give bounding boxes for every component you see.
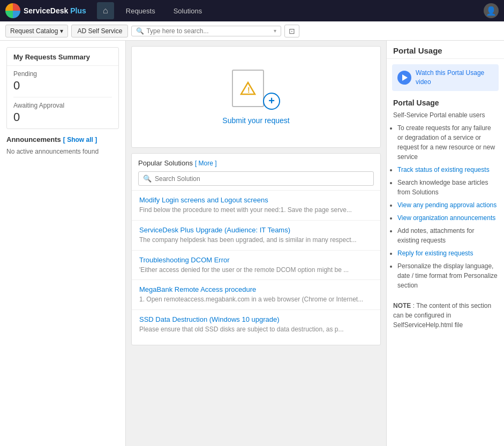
search-input[interactable] (146, 27, 272, 35)
awaiting-count: 0 (13, 110, 112, 124)
solution-desc: 'Either access denied for the user or th… (139, 266, 373, 275)
awaiting-approval-item: Awaiting Approval 0 (7, 97, 118, 128)
logo-area: ServiceDesk Plus (5, 3, 86, 18)
solution-title: MegaBank Remote Access procedure (139, 285, 373, 293)
summary-title: My Requests Summary (7, 48, 118, 66)
svg-text:!: ! (247, 86, 250, 94)
portal-usage-title: Portal Usage (387, 41, 504, 59)
app-name: ServiceDesk Plus (24, 6, 86, 15)
sub-navigation: Request Catalog ▾ AD Self Service 🔍 ▾ ⊡ (0, 21, 504, 41)
solution-desc: Find below the procedure to meet with yo… (139, 206, 373, 215)
portal-list-item: Search knowledge base articles from Solu… (397, 178, 498, 197)
play-triangle-icon (402, 74, 408, 81)
more-link[interactable]: [ More ] (195, 160, 217, 167)
camera-icon-button[interactable]: ⊡ (284, 25, 299, 37)
catalog-label: Request Catalog (10, 27, 58, 35)
solution-item[interactable]: ServiceDesk Plus Upgrade (Audience: IT T… (132, 220, 380, 250)
solutions-search-input[interactable] (155, 175, 369, 183)
play-button[interactable] (397, 71, 411, 85)
solution-item[interactable]: MegaBank Remote Access procedure 1. Open… (132, 279, 380, 309)
search-icon: 🔍 (136, 27, 144, 35)
solutions-search-area: 🔍 (138, 171, 374, 186)
pending-approval-link[interactable]: View any pending approval actions (397, 201, 497, 209)
portal-usage-subtitle: Portal Usage (387, 96, 504, 110)
solution-desc: The company helpdesk has been upgraded, … (139, 236, 373, 245)
announcements-section: Announcements [ Show all ] No active ann… (6, 135, 119, 155)
view-org-link[interactable]: View organization announcements (397, 214, 495, 222)
left-sidebar: My Requests Summary Pending 0 Awaiting A… (0, 41, 126, 446)
portal-usage-desc: Self-Service Portal enable users (387, 110, 504, 123)
solution-desc: Please ensure that old SSD disks are sub… (139, 325, 373, 334)
portal-usage-list: To create requests for any failure or de… (387, 123, 504, 299)
pending-item: Pending 0 (7, 66, 118, 97)
portal-list-item: View any pending approval actions (397, 200, 498, 210)
solution-title: Modify Login screens and Logout screens (139, 196, 373, 204)
reply-requests-link[interactable]: Reply for existing requests (397, 250, 473, 257)
requests-summary-card: My Requests Summary Pending 0 Awaiting A… (6, 47, 119, 129)
solution-title: ServiceDesk Plus Upgrade (Audience: IT T… (139, 226, 373, 234)
announcements-title: Announcements [ Show all ] (6, 135, 119, 143)
pending-count: 0 (13, 79, 112, 93)
show-all-link[interactable]: [ Show all ] (63, 136, 97, 143)
solutions-search-icon: 🔍 (143, 175, 152, 183)
document-icon: ! (232, 70, 264, 107)
solutions-nav-link[interactable]: Solutions (167, 4, 208, 18)
portal-list-item: Personalize the display language, date /… (397, 261, 498, 290)
awaiting-label: Awaiting Approval (13, 102, 112, 109)
main-content: ! + Submit your request Popular Solution… (126, 41, 386, 446)
dropdown-icon: ▾ (274, 28, 276, 34)
portal-note: NOTE : The content of this section can b… (387, 299, 504, 335)
warning-icon: ! (240, 81, 256, 95)
portal-list-item: Reply for existing requests (397, 248, 498, 258)
solution-item[interactable]: SSD Data Destruction (Windows 10 upgrade… (132, 309, 380, 339)
portal-list-item: To create requests for any failure or de… (397, 123, 498, 162)
ad-self-service-button[interactable]: AD Self Service (71, 25, 128, 37)
right-sidebar: Portal Usage Watch this Portal Usage vid… (386, 41, 504, 446)
user-icon[interactable]: 👤 (484, 3, 499, 18)
solution-title: SSD Data Destruction (Windows 10 upgrade… (139, 315, 373, 323)
solution-item[interactable]: Modify Login screens and Logout screens … (132, 190, 380, 220)
video-banner[interactable]: Watch this Portal Usage video (392, 64, 499, 91)
top-navigation: ServiceDesk Plus ⌂ Requests Solutions 👤 (0, 0, 504, 21)
no-announcements-text: No active announcements found (6, 148, 119, 155)
main-layout: My Requests Summary Pending 0 Awaiting A… (0, 41, 504, 446)
chevron-down-icon: ▾ (60, 27, 63, 35)
home-button[interactable]: ⌂ (97, 2, 114, 19)
requests-nav-link[interactable]: Requests (119, 4, 162, 18)
pending-label: Pending (13, 70, 112, 78)
solutions-list: Modify Login screens and Logout screens … (132, 190, 380, 339)
submit-request-box: ! + Submit your request (131, 46, 381, 148)
solution-title: Troubleshooting DCOM Error (139, 256, 373, 264)
request-catalog-button[interactable]: Request Catalog ▾ (5, 25, 68, 37)
track-status-link[interactable]: Track status of existing requests (397, 166, 490, 173)
solutions-title: Popular Solutions (138, 159, 193, 167)
submit-request-link[interactable]: Submit your request (222, 116, 289, 125)
portal-list-item: View organization announcements (397, 213, 498, 223)
solution-desc: 1. Open remoteaccess.megabank.com in a w… (139, 295, 373, 304)
plus-circle-icon: + (263, 93, 280, 110)
portal-list-item: Add notes, attachments for existing requ… (397, 226, 498, 245)
note-label: NOTE (393, 302, 411, 309)
logo-icon (5, 3, 20, 18)
submit-icon-area: ! + (232, 70, 280, 110)
video-text: Watch this Portal Usage video (416, 69, 493, 87)
portal-list-item: Track status of existing requests (397, 165, 498, 175)
solutions-header: Popular Solutions [ More ] (132, 159, 380, 171)
solution-item[interactable]: Troubleshooting DCOM Error 'Either acces… (132, 250, 380, 280)
search-area: 🔍 ▾ (131, 26, 281, 36)
solutions-box: Popular Solutions [ More ] 🔍 Modify Logi… (131, 153, 381, 345)
